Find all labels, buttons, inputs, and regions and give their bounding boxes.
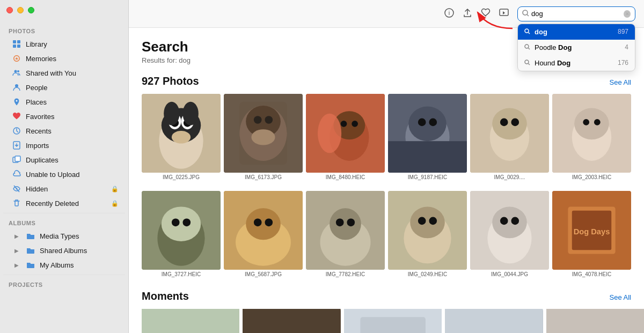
sidebar-item-shared-with-you[interactable]: Shared with You bbox=[3, 66, 125, 80]
sidebar-item-people[interactable]: People bbox=[3, 80, 125, 94]
svg-line-18 bbox=[527, 14, 529, 16]
svg-line-20 bbox=[529, 32, 530, 34]
sidebar-item-shared-albums[interactable]: ▶ Shared Albums bbox=[3, 243, 125, 257]
clear-search-button[interactable]: ✕ bbox=[624, 10, 631, 18]
photo-item-2[interactable]: IMG_6173.JPG bbox=[224, 94, 303, 180]
svg-rect-103 bbox=[546, 309, 644, 333]
svg-point-33 bbox=[172, 131, 191, 144]
photos-see-all-button[interactable]: See All bbox=[610, 78, 631, 86]
photo-item-5[interactable]: 0:59 IMG_0029.... bbox=[470, 94, 549, 180]
dropdown-label-poodle-dog: Poodle Dog bbox=[535, 43, 620, 51]
dropdown-label-hound-dog: Hound Dog bbox=[535, 59, 613, 67]
people-icon bbox=[12, 83, 21, 92]
photo-item-12[interactable]: ⬆ Dog Days IMG_4078.HEIC bbox=[552, 191, 631, 277]
sidebar-item-label: Shared Albums bbox=[40, 247, 119, 255]
heart-toolbar-icon[interactable] bbox=[481, 8, 491, 20]
folder-icon bbox=[26, 231, 35, 241]
sidebar-item-label: Media Types bbox=[40, 232, 119, 240]
memories-icon bbox=[12, 54, 21, 63]
svg-point-35 bbox=[182, 102, 198, 125]
dropdown-item-dog[interactable]: dog 897 bbox=[518, 24, 635, 40]
sidebar-item-hidden[interactable]: Hidden 🔒 bbox=[3, 182, 125, 196]
svg-point-82 bbox=[410, 206, 445, 238]
photo-item-11[interactable]: ⬆ IMG_0044.JPG bbox=[470, 191, 549, 277]
moments-section-header: Moments See All bbox=[142, 290, 631, 302]
sidebar-item-label: Places bbox=[26, 98, 119, 106]
grid-icon bbox=[12, 39, 21, 49]
svg-point-57 bbox=[492, 108, 527, 139]
sidebar-item-label: Unable to Upload bbox=[26, 171, 119, 179]
moment-item-2[interactable] bbox=[243, 309, 340, 333]
titlebar bbox=[0, 0, 129, 20]
dropdown-item-poodle-dog[interactable]: Poodle Dog 4 bbox=[518, 40, 635, 55]
sidebar-divider bbox=[3, 213, 125, 213]
folder-icon bbox=[26, 260, 35, 270]
dropdown-item-hound-dog[interactable]: Hound Dog 176 bbox=[518, 55, 635, 71]
svg-rect-1 bbox=[17, 40, 20, 43]
minimize-button[interactable] bbox=[17, 7, 24, 13]
moments-section-title: Moments bbox=[142, 290, 189, 302]
photo-item-6[interactable]: ⬆ IMG_2003.HEIC bbox=[552, 94, 631, 180]
close-button[interactable] bbox=[6, 7, 13, 13]
moment-item-4[interactable] bbox=[445, 309, 543, 333]
sidebar-item-unable-to-upload[interactable]: Unable to Upload bbox=[3, 167, 125, 181]
photo-item-4[interactable]: IMG_9187.HEIC bbox=[388, 94, 467, 180]
moments-see-all-button[interactable]: See All bbox=[610, 293, 631, 301]
svg-text:Dog Days: Dog Days bbox=[574, 227, 610, 236]
slideshow-icon[interactable] bbox=[499, 8, 509, 20]
sidebar-item-favorites[interactable]: Favorites bbox=[3, 109, 125, 123]
svg-point-6 bbox=[15, 84, 18, 87]
svg-point-79 bbox=[347, 218, 355, 226]
dropdown-bold-poodle: Dog bbox=[558, 43, 572, 51]
sidebar-item-my-albums[interactable]: ▶ My Albums bbox=[3, 258, 125, 272]
svg-rect-3 bbox=[17, 45, 20, 48]
svg-point-87 bbox=[492, 206, 527, 238]
sidebar-item-library[interactable]: Library bbox=[3, 37, 125, 51]
search-input[interactable] bbox=[531, 10, 621, 18]
svg-point-46 bbox=[341, 121, 347, 127]
moment-item-3[interactable]: AirPlay bbox=[344, 309, 442, 333]
sidebar-item-imports[interactable]: Imports bbox=[3, 138, 125, 152]
photo-item-1[interactable]: IMG_0225.JPG bbox=[142, 94, 221, 180]
photo-label: IMG_0225.JPG bbox=[142, 174, 221, 180]
svg-point-59 bbox=[511, 119, 519, 127]
photo-item-7[interactable]: ⬆ IMG_3727.HEIC bbox=[142, 191, 221, 277]
sidebar-item-recently-deleted[interactable]: Recently Deleted 🔒 bbox=[3, 196, 125, 210]
svg-rect-42 bbox=[239, 102, 287, 165]
dropdown-count-poodle: 4 bbox=[625, 43, 628, 51]
sidebar-item-recents[interactable]: Recents bbox=[3, 124, 125, 138]
sidebar-item-label: Favorites bbox=[26, 113, 119, 121]
sidebar-section-projects: Projects bbox=[0, 277, 128, 290]
svg-rect-54 bbox=[388, 141, 467, 173]
toolbar: i ✕ dog bbox=[129, 0, 644, 28]
cloud-icon bbox=[12, 169, 21, 179]
sidebar-item-duplicates[interactable]: Duplicates bbox=[3, 153, 125, 167]
moment-item-5[interactable] bbox=[546, 309, 644, 333]
chevron-right-icon: ▶ bbox=[12, 260, 21, 270]
sidebar-item-memories[interactable]: Memories bbox=[3, 51, 125, 65]
trash-icon bbox=[12, 198, 21, 208]
info-icon[interactable]: i bbox=[444, 8, 454, 20]
sidebar-item-media-types[interactable]: ▶ Media Types bbox=[3, 229, 125, 243]
sidebar-section-photos: Photos bbox=[0, 24, 128, 36]
photo-item-9[interactable]: ⬆ IMG_7782.HEIC bbox=[306, 191, 385, 277]
photo-label: IMG_4078.HEIC bbox=[552, 271, 631, 277]
photo-item-8[interactable]: ⬆ IMG_5687.JPG bbox=[224, 191, 303, 277]
search-box: ✕ bbox=[517, 6, 635, 21]
sidebar-item-label: Duplicates bbox=[26, 156, 119, 164]
svg-point-51 bbox=[408, 107, 447, 142]
dropdown-bold-hound: Dog bbox=[557, 59, 570, 67]
moment-item-1[interactable] bbox=[142, 309, 239, 333]
sidebar-item-label: Imports bbox=[26, 142, 119, 150]
svg-rect-2 bbox=[13, 45, 16, 48]
maximize-button[interactable] bbox=[28, 7, 34, 13]
sidebar: Photos Library Memories Shared with You … bbox=[0, 0, 129, 333]
svg-rect-101 bbox=[445, 309, 543, 333]
svg-point-48 bbox=[318, 114, 341, 153]
photo-item-3[interactable]: IMG_8480.HEIC bbox=[306, 94, 385, 180]
dropdown-count-dog: 897 bbox=[618, 28, 628, 35]
svg-point-83 bbox=[418, 217, 426, 225]
share-icon[interactable] bbox=[463, 8, 472, 20]
sidebar-item-places[interactable]: Places bbox=[3, 95, 125, 109]
photo-item-10[interactable]: ⬆ ♡ IMG_0249.HEIC bbox=[388, 191, 467, 277]
